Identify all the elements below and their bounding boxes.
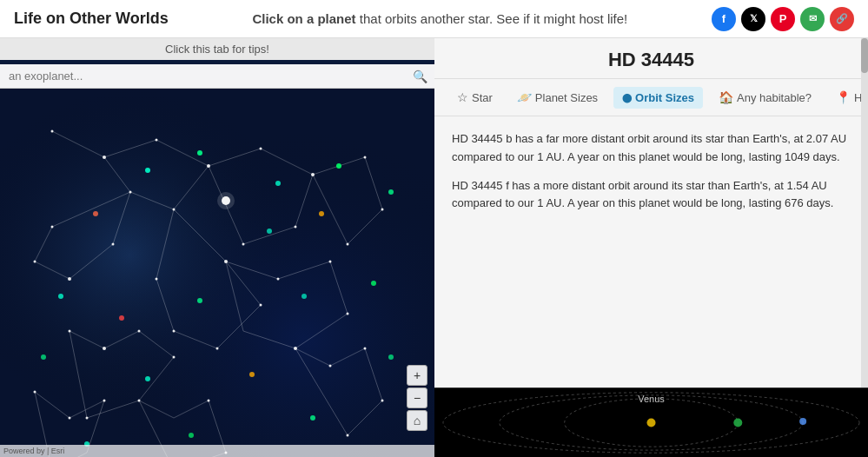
orbit-diagram: Venus [434, 387, 868, 457]
svg-point-19 [216, 348, 219, 350]
svg-point-11 [295, 226, 297, 228]
content-area: HD 34445 b has a far more distant orbit … [434, 116, 868, 387]
svg-point-37 [381, 400, 384, 402]
svg-point-63 [388, 354, 394, 360]
tab-star[interactable]: ☆ Star [448, 86, 501, 109]
star-tab-icon: ☆ [457, 90, 468, 104]
tab-orbit-sizes-label: Orbit Sizes [635, 91, 694, 104]
svg-point-18 [260, 304, 262, 307]
svg-point-54 [388, 189, 394, 195]
svg-point-22 [364, 156, 367, 159]
svg-point-55 [58, 294, 63, 299]
svg-point-41 [103, 400, 106, 402]
orbit-sizes-tab-icon: ⬤ [622, 93, 632, 103]
svg-point-7 [173, 209, 176, 211]
svg-point-60 [41, 354, 46, 360]
tab-planet-sizes-label: Planet Sizes [535, 91, 598, 104]
svg-point-47 [145, 168, 150, 173]
svg-point-8 [129, 191, 132, 194]
tab-bar: ☆ Star 🪐 Planet Sizes ⬤ Orbit Sizes 🏠 An… [434, 79, 868, 116]
svg-point-4 [103, 156, 106, 159]
paragraph-1: HD 34445 b has a far more distant orbit … [452, 130, 851, 167]
svg-point-10 [311, 173, 315, 176]
zoom-in-button[interactable]: + [407, 365, 427, 386]
svg-point-58 [301, 294, 307, 299]
svg-point-36 [364, 348, 367, 350]
planet-title-bar: HD 34445 [434, 38, 868, 79]
svg-point-52 [267, 228, 272, 234]
svg-point-9 [260, 148, 262, 150]
any-habitable-tab-icon: 🏠 [719, 90, 733, 104]
svg-point-33 [347, 313, 349, 315]
tab-any-habitable-label: Any habitable? [737, 91, 812, 104]
svg-point-32 [329, 261, 332, 263]
header-tagline: Click on a planet that orbits another st… [169, 11, 712, 26]
svg-point-48 [197, 150, 202, 156]
right-panel: HD 34445 ☆ Star 🪐 Planet Sizes ⬤ Orbit S… [434, 38, 868, 457]
tagline-bold: Click on a planet [252, 11, 355, 26]
map-attribution: Powered by | Esri [0, 445, 434, 457]
svg-point-14 [68, 277, 71, 281]
svg-point-3 [51, 130, 54, 133]
main-layout: Click this tab for tips! 🔍 [0, 38, 868, 457]
svg-point-23 [381, 209, 384, 211]
svg-point-50 [336, 163, 341, 169]
tips-bar[interactable]: Click this tab for tips! [0, 38, 434, 60]
svg-point-16 [51, 226, 54, 228]
svg-point-26 [103, 347, 106, 350]
facebook-icon[interactable]: f [712, 7, 736, 31]
svg-point-28 [173, 356, 176, 359]
zoom-out-button[interactable]: − [407, 387, 427, 408]
svg-point-61 [145, 376, 150, 381]
svg-point-35 [329, 365, 332, 368]
svg-point-72 [733, 419, 742, 427]
svg-point-13 [112, 243, 115, 246]
svg-point-12 [242, 243, 245, 246]
tab-planet-sizes[interactable]: 🪐 Planet Sizes [508, 86, 606, 109]
svg-point-6 [207, 164, 210, 168]
search-bar: 🔍 [0, 64, 434, 89]
svg-point-66 [310, 415, 315, 421]
svg-point-34 [294, 347, 297, 350]
svg-point-27 [138, 330, 141, 333]
tab-star-label: Star [472, 91, 493, 104]
planet-name: HD 34445 [608, 49, 694, 71]
svg-point-59 [371, 281, 376, 286]
home-button[interactable]: ⌂ [407, 410, 427, 431]
header: Life on Other Worlds Click on a planet t… [0, 0, 868, 38]
paragraph-2: HD 34445 f has a more distant orbit arou… [452, 177, 851, 214]
svg-point-21 [156, 278, 158, 281]
link-icon[interactable]: 🔗 [830, 7, 854, 31]
svg-point-56 [119, 315, 124, 321]
svg-point-57 [197, 298, 202, 303]
how-far-away-tab-icon: 📍 [836, 90, 851, 104]
svg-point-15 [34, 261, 36, 263]
search-input[interactable] [0, 64, 406, 88]
tagline-rest: that orbits another star. See if it migh… [356, 11, 628, 26]
svg-point-53 [319, 211, 324, 216]
svg-point-62 [249, 372, 255, 377]
svg-rect-2 [0, 88, 434, 457]
svg-point-65 [189, 433, 194, 438]
svg-point-73 [799, 418, 806, 425]
search-icon[interactable]: 🔍 [406, 65, 434, 88]
email-icon[interactable]: ✉ [800, 7, 825, 31]
tab-any-habitable[interactable]: 🏠 Any habitable? [710, 86, 820, 109]
svg-point-24 [347, 243, 349, 246]
svg-point-71 [647, 419, 656, 427]
tab-orbit-sizes[interactable]: ⬤ Orbit Sizes [613, 87, 703, 109]
svg-point-38 [347, 434, 349, 437]
svg-point-30 [86, 417, 89, 420]
pinterest-icon[interactable]: P [771, 7, 795, 31]
svg-point-40 [69, 417, 71, 420]
scrollbar-thumb[interactable] [861, 38, 868, 73]
twitter-icon[interactable]: 𝕏 [741, 7, 765, 31]
svg-point-17 [224, 260, 228, 263]
svg-point-42 [208, 400, 210, 402]
social-icons: f 𝕏 P ✉ 🔗 [712, 7, 854, 31]
svg-point-49 [275, 181, 281, 186]
svg-point-39 [34, 391, 36, 394]
map-controls: + − ⌂ [407, 365, 427, 431]
star-map-canvas[interactable] [0, 88, 434, 457]
app-title: Life on Other Worlds [14, 10, 169, 28]
